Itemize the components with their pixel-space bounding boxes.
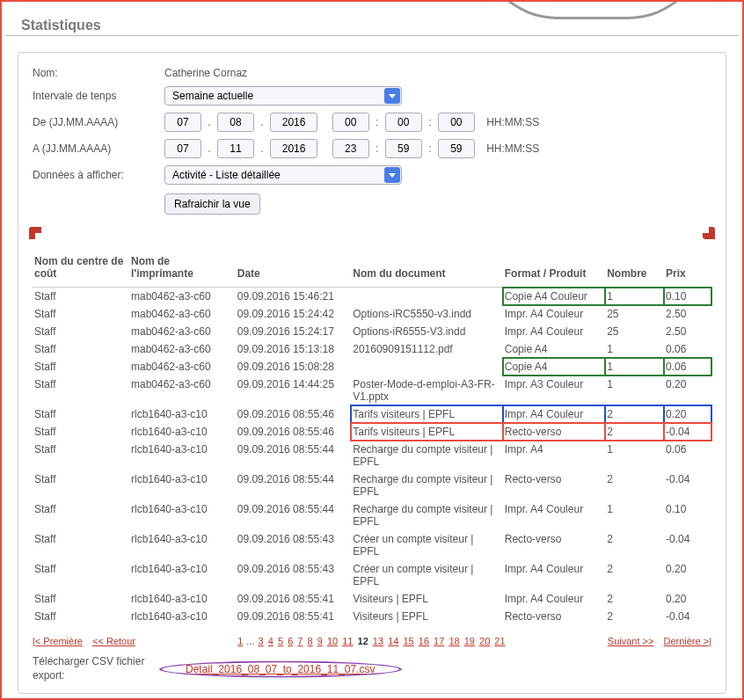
cell-px: -0.04 (664, 608, 711, 625)
from-mm-input[interactable] (385, 113, 422, 132)
cell-nb: 2 (605, 590, 664, 608)
cell-doc: 20160909151112.pdf (351, 340, 503, 358)
cell-px: -0.04 (664, 530, 711, 560)
pager-page[interactable]: 11 (342, 636, 353, 646)
cell-pr: rlcb1640-a3-c10 (129, 608, 236, 625)
cell-cc: Staff (33, 500, 129, 530)
pager-page[interactable]: 10 (327, 636, 338, 646)
cell-fp: Impr. A4 Couleur (503, 500, 605, 530)
from-year-input[interactable] (270, 113, 317, 132)
name-label: Nom: (33, 67, 164, 79)
pager-page[interactable]: 21 (494, 636, 505, 646)
interval-select[interactable]: Semaine actuelle (164, 86, 402, 106)
pager-page[interactable]: 17 (434, 636, 444, 646)
to-label: A (JJ.MM.AAAA) (33, 142, 164, 155)
cell-px: 0.06 (664, 358, 711, 376)
cell-fp: Recto-verso (503, 530, 605, 560)
to-mm-input[interactable] (385, 139, 422, 158)
cell-pr: mab0462-a3-c60 (129, 340, 236, 358)
cell-doc: Recharge du compte visiteur | EPFL (351, 500, 503, 530)
cell-cc: Staff (33, 405, 129, 423)
pager-page[interactable]: 6 (288, 636, 293, 646)
from-ss-input[interactable] (438, 113, 475, 132)
cell-nb: 1 (605, 340, 664, 358)
cell-px: 2.50 (664, 305, 711, 323)
table-row: Staffmab0462-a3-c6009.09.2016 14:44:25Po… (33, 376, 711, 405)
cell-dt: 09.09.2016 15:24:17 (236, 323, 352, 340)
cell-px: 0.10 (664, 288, 711, 306)
to-month-input[interactable] (217, 139, 254, 158)
cell-px: 0.20 (664, 590, 711, 608)
cell-pr: rlcb1640-a3-c10 (129, 405, 236, 423)
cell-nb: 2 (605, 608, 664, 625)
table-row: Staffmab0462-a3-c6009.09.2016 15:13:1820… (33, 340, 711, 358)
pager-last[interactable]: Dernière >| (663, 636, 711, 646)
name-value: Catherine Cornaz (164, 67, 247, 79)
to-day-input[interactable] (164, 139, 201, 158)
pager-page[interactable]: 9 (317, 636, 323, 646)
cell-pr: mab0462-a3-c60 (129, 358, 236, 376)
cell-cc: Staff (33, 288, 129, 306)
cell-cc: Staff (33, 340, 129, 358)
cell-px: -0.04 (664, 423, 711, 441)
pager-page[interactable]: 14 (388, 636, 398, 646)
cell-fp: Impr. A4 Couleur (503, 405, 605, 423)
pager-first[interactable]: |< Première (33, 636, 83, 646)
pager-page[interactable]: 15 (403, 636, 413, 646)
pager-next[interactable]: Suivant >> (608, 636, 654, 646)
resize-handle-left-icon[interactable] (29, 227, 41, 239)
pager-page[interactable]: 19 (464, 636, 475, 646)
pager-page[interactable]: 5 (278, 636, 283, 646)
cell-dt: 09.09.2016 08:55:41 (236, 590, 352, 608)
cell-cc: Staff (33, 376, 129, 405)
table-row: Staffrlcb1640-a3-c1009.09.2016 08:55:44R… (33, 500, 711, 530)
cell-doc: Recharge du compte visiteur | EPFL (351, 470, 503, 500)
table-row: Staffrlcb1640-a3-c1009.09.2016 08:55:46T… (33, 423, 711, 441)
cell-doc: Tarifs visiteurs | EPFL (351, 405, 503, 423)
resize-handle-right-icon[interactable] (703, 227, 715, 239)
pager-page[interactable]: 1 (237, 636, 243, 646)
cell-dt: 09.09.2016 08:55:46 (236, 405, 352, 423)
table-row: Staffmab0462-a3-c6009.09.2016 15:46:21Co… (33, 288, 711, 306)
download-csv-link[interactable]: Detail_2016_08_07_to_2016_11_07.csv (186, 663, 376, 675)
pager-page[interactable]: 13 (373, 636, 383, 646)
cell-nb: 2 (605, 530, 664, 560)
pager-page[interactable]: 4 (268, 636, 274, 646)
pager-prev[interactable]: << Retour (92, 636, 135, 646)
to-year-input[interactable] (270, 139, 317, 158)
display-select[interactable]: Activité - Liste détaillée (164, 165, 402, 185)
cell-px: 0.20 (664, 405, 711, 423)
pager: |< Première << Retour 1 ... 3 4 5 6 7 8 … (33, 636, 711, 646)
table-row: Staffmab0462-a3-c6009.09.2016 15:08:28Co… (33, 358, 711, 376)
cell-pr: rlcb1640-a3-c10 (129, 441, 236, 470)
pager-page[interactable]: 16 (419, 636, 429, 646)
cell-dt: 09.09.2016 15:24:42 (236, 305, 352, 323)
to-hh-input[interactable] (332, 139, 369, 158)
cell-cc: Staff (33, 423, 129, 441)
pager-page[interactable]: 8 (308, 636, 313, 646)
cell-nb: 2 (605, 560, 664, 590)
cell-cc: Staff (33, 470, 129, 500)
from-hh-input[interactable] (332, 113, 369, 132)
table-row: Staffrlcb1640-a3-c1009.09.2016 08:55:43C… (33, 530, 711, 560)
cell-fp: Copie A4 (503, 340, 605, 358)
table-row: Staffrlcb1640-a3-c1009.09.2016 08:55:46T… (33, 405, 711, 423)
refresh-button[interactable]: Rafraichir la vue (164, 193, 260, 215)
cell-pr: rlcb1640-a3-c10 (129, 423, 236, 441)
from-day-input[interactable] (164, 113, 201, 132)
table-row: Staffrlcb1640-a3-c1009.09.2016 08:55:41V… (33, 608, 711, 625)
csv-highlight-ellipse: Detail_2016_08_07_to_2016_11_07.csv (164, 660, 397, 679)
to-ss-input[interactable] (438, 139, 475, 158)
pager-page[interactable]: 18 (449, 636, 459, 646)
pager-page[interactable]: 3 (259, 636, 264, 646)
cell-nb: 1 (605, 441, 664, 470)
pager-page[interactable]: 7 (297, 636, 303, 646)
cell-fp: Recto-verso (503, 470, 605, 500)
cell-pr: rlcb1640-a3-c10 (129, 470, 236, 500)
from-month-input[interactable] (217, 113, 254, 132)
display-label: Données à afficher: (33, 169, 164, 181)
cell-cc: Staff (33, 590, 129, 608)
pager-page[interactable]: 20 (479, 636, 490, 646)
cell-fp: Impr. A4 (503, 441, 605, 470)
cell-pr: rlcb1640-a3-c10 (129, 560, 236, 590)
